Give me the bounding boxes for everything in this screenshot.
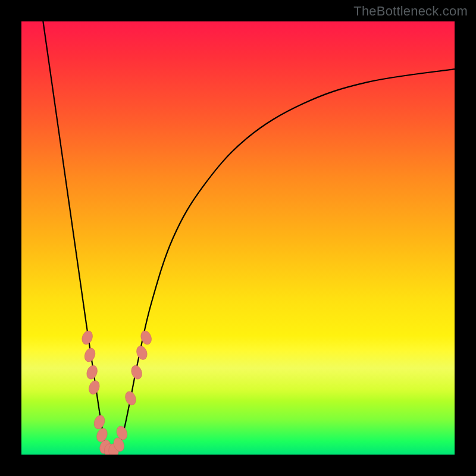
data-marker <box>85 364 99 381</box>
chart-frame: TheBottleneck.com <box>0 0 476 476</box>
plot-area <box>21 21 455 455</box>
data-marker <box>87 379 101 396</box>
watermark-text: TheBottleneck.com <box>353 4 468 19</box>
marker-layer <box>80 330 154 455</box>
curve-right-branch <box>117 69 455 452</box>
data-marker <box>124 390 138 406</box>
data-marker <box>135 345 149 361</box>
data-marker <box>80 330 95 346</box>
chart-svg <box>21 21 455 455</box>
data-marker <box>130 364 144 381</box>
data-marker <box>83 347 97 364</box>
data-marker <box>92 414 107 430</box>
series-layer <box>43 21 455 452</box>
